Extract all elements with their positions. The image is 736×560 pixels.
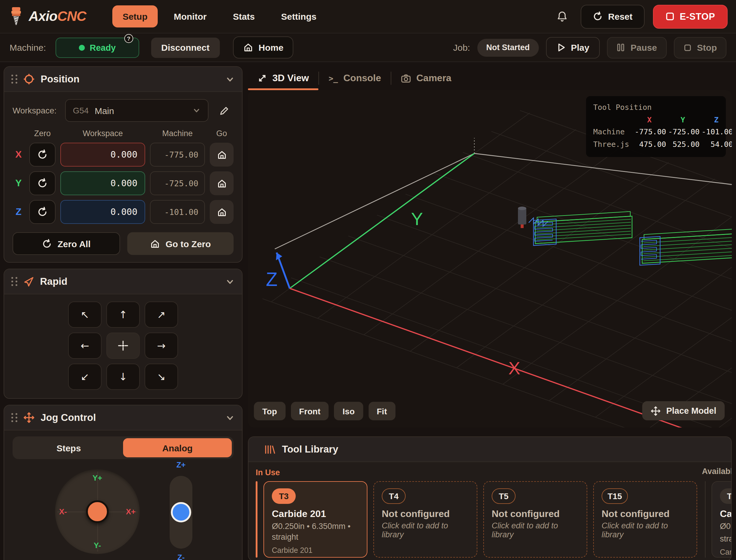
view-front-button[interactable]: Front <box>291 402 329 420</box>
tool-library-header[interactable]: Tool Library <box>248 437 731 462</box>
nav-tab-stats[interactable]: Stats <box>223 5 265 27</box>
home-button[interactable]: Home <box>233 36 293 59</box>
machine-y-value: -725.00 <box>150 171 205 195</box>
rapid-panel-title: Rapid <box>40 276 67 287</box>
rapid-panel: Rapid ↖ ↑ ↗ ← <box>4 269 242 399</box>
brand-logo: AxioCNC <box>8 6 86 27</box>
axis-3d-label-z: Z <box>266 269 277 290</box>
zero-z-button[interactable] <box>29 200 56 224</box>
tab-console[interactable]: >_ Console <box>319 66 391 90</box>
tool-library-title: Tool Library <box>282 444 338 455</box>
viewport-3d[interactable]: Y X Z <box>248 90 732 427</box>
drag-handle-icon[interactable] <box>11 75 17 84</box>
chevron-down-icon <box>225 277 235 286</box>
right-column: 3D View >_ Console Camera <box>248 66 732 560</box>
tool-card-t5[interactable]: T5 Not configured Click edit to add to l… <box>483 481 587 558</box>
status-bar: Machine: Ready ? Disconnect Home Job: No… <box>0 33 736 62</box>
tool-badge: T4 <box>382 488 406 504</box>
topbar-actions: Reset E-STOP <box>552 4 728 28</box>
tool-card-t3[interactable]: T3 Carbide 201 Ø0.250in • 6.350mm • stra… <box>263 481 367 558</box>
rapid-down-right-button[interactable]: ↘ <box>145 364 178 390</box>
view-top-button[interactable]: Top <box>254 402 285 420</box>
play-button[interactable]: Play <box>546 37 600 58</box>
drag-handle-icon[interactable] <box>11 277 17 286</box>
axis-row-y: Y 0.000 -725.00 <box>13 171 233 195</box>
rapid-up-left-button[interactable]: ↖ <box>68 301 102 328</box>
rapid-up-button[interactable]: ↑ <box>106 301 140 328</box>
axis-label-y: Y <box>13 178 24 189</box>
estop-button[interactable]: E-STOP <box>653 4 728 28</box>
nav-tab-setup[interactable]: Setup <box>112 5 157 27</box>
rapid-right-button[interactable]: → <box>145 333 178 359</box>
drag-handle-icon[interactable] <box>11 413 17 422</box>
view-iso-button[interactable]: Iso <box>334 402 363 420</box>
collapse-position-button[interactable] <box>225 74 235 84</box>
notifications-button[interactable] <box>552 6 572 27</box>
rapid-up-right-button[interactable]: ↗ <box>145 301 178 328</box>
help-badge[interactable]: ? <box>124 34 133 43</box>
view-fit-button[interactable]: Fit <box>368 402 395 420</box>
rapid-center-button[interactable] <box>106 333 140 359</box>
joystick-knob[interactable] <box>86 500 109 523</box>
go-home-z-button[interactable] <box>210 200 233 224</box>
workspace-z-input[interactable]: 0.000 <box>60 200 145 224</box>
workspace-x-input[interactable]: 0.000 <box>60 143 145 167</box>
go-home-x-button[interactable] <box>210 143 233 167</box>
workspace-chevron <box>192 106 201 115</box>
disconnect-button[interactable]: Disconnect <box>151 37 220 58</box>
tab-camera-label: Camera <box>417 73 451 84</box>
go-home-y-button[interactable] <box>210 171 233 195</box>
rapid-down-button[interactable]: ↓ <box>106 364 140 390</box>
pause-label: Pause <box>631 42 657 53</box>
reset-button[interactable]: Reset <box>581 4 645 28</box>
pause-button[interactable]: Pause <box>607 37 666 58</box>
left-column: Position Workspace: G54 Main <box>4 66 242 560</box>
stop-square-icon <box>666 12 674 21</box>
tool-card-t0[interactable]: T0 Carbide Ø0.125 straight Carbide <box>712 481 732 558</box>
workspace-select[interactable]: G54 Main <box>65 99 208 122</box>
z-slider-label-minus: Z- <box>177 553 185 560</box>
nav-tab-monitor[interactable]: Monitor <box>164 5 217 27</box>
zero-all-button[interactable]: Zero All <box>13 232 120 255</box>
position-panel-title: Position <box>41 73 79 85</box>
home-icon <box>216 150 227 160</box>
nav-tab-settings[interactable]: Settings <box>271 5 326 27</box>
collapse-rapid-button[interactable] <box>225 277 235 286</box>
reset-icon <box>37 207 48 217</box>
jog-panel-header[interactable]: Jog Control <box>4 405 242 430</box>
tp-col-x: X <box>633 114 666 126</box>
collapse-jog-button[interactable] <box>225 413 235 422</box>
jog-tab-analog[interactable]: Analog <box>123 438 232 457</box>
tool-name: Not configured <box>382 509 469 519</box>
tab-console-label: Console <box>343 73 381 84</box>
workspace-y-input[interactable]: 0.000 <box>60 171 145 195</box>
rapid-down-left-button[interactable]: ↙ <box>68 364 102 390</box>
rapid-left-button[interactable]: ← <box>68 333 102 359</box>
zero-x-button[interactable] <box>29 143 56 167</box>
stop-button[interactable]: Stop <box>674 37 726 58</box>
brand-word-2: CNC <box>57 8 86 24</box>
position-actions: Zero All Go to Zero <box>13 232 233 255</box>
chevron-down-icon <box>225 74 235 84</box>
z-slider-track[interactable] <box>170 476 192 549</box>
home-icon <box>243 42 253 53</box>
job-controls: Job: Not Started Play Pause Stop <box>453 37 726 58</box>
tool-card-t4[interactable]: T4 Not configured Click edit to add to l… <box>374 481 477 558</box>
joystick-pad[interactable]: Y+ Y- X- X+ <box>55 469 140 554</box>
tab-camera[interactable]: Camera <box>391 66 461 90</box>
jog-panel-body: Steps Analog Y+ Y- X- X+ Z+ Z- <box>4 430 242 560</box>
z-slider-knob[interactable] <box>171 502 191 522</box>
tool-note: Carbide 201 <box>272 546 359 555</box>
place-model-button[interactable]: Place Model <box>642 401 725 420</box>
jog-tab-steps[interactable]: Steps <box>14 438 123 457</box>
zero-y-button[interactable] <box>29 171 56 195</box>
position-column-headers: Zero Workspace Machine Go <box>13 129 233 138</box>
machine-status-badge[interactable]: Ready ? <box>56 37 139 58</box>
tool-card-t15[interactable]: T15 Not configured Click edit to add to … <box>593 481 697 558</box>
tool-library-panel: Tool Library In Use Available T3 Carbide… <box>248 436 732 560</box>
edit-workspace-button[interactable] <box>214 101 233 120</box>
position-panel-header[interactable]: Position <box>4 67 242 92</box>
rapid-panel-header[interactable]: Rapid <box>4 269 242 294</box>
tab-3d-view[interactable]: 3D View <box>248 66 318 90</box>
go-to-zero-button[interactable]: Go to Zero <box>127 232 233 255</box>
